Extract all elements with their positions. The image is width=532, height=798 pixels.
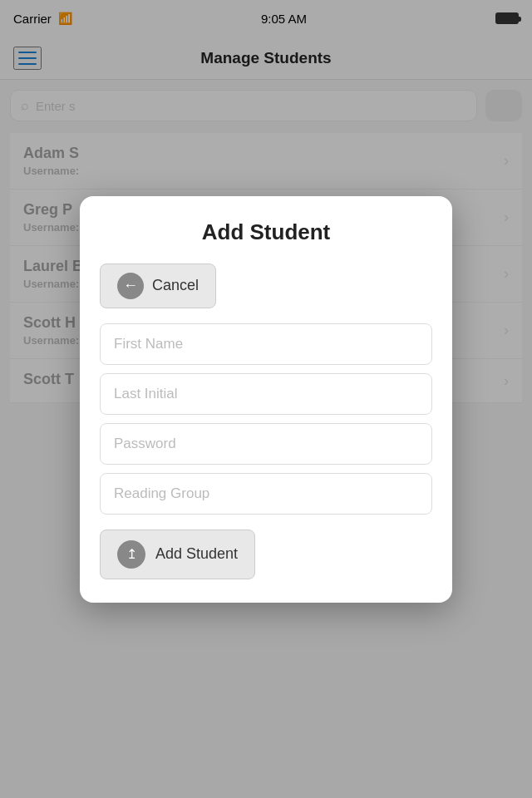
add-student-label: Add Student <box>155 545 238 563</box>
add-student-modal: Add Student ← Cancel ↥ Add Student <box>80 196 452 603</box>
add-student-icon: ↥ <box>117 540 145 569</box>
cancel-button[interactable]: ← Cancel <box>100 264 216 308</box>
cancel-label: Cancel <box>152 277 199 294</box>
first-name-input[interactable] <box>100 323 432 365</box>
cancel-icon: ← <box>117 273 144 299</box>
add-student-button[interactable]: ↥ Add Student <box>100 530 255 579</box>
modal-title: Add Student <box>100 219 432 245</box>
reading-group-input[interactable] <box>100 473 432 515</box>
password-input[interactable] <box>100 423 432 465</box>
modal-overlay: Add Student ← Cancel ↥ Add Student <box>0 0 532 798</box>
last-initial-input[interactable] <box>100 373 432 415</box>
